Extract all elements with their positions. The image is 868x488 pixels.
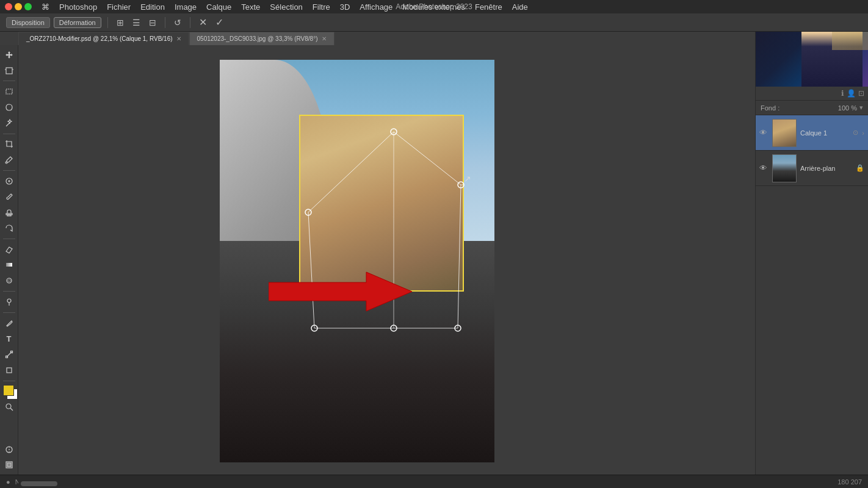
foreground-color-swatch[interactable] — [3, 385, 14, 396]
tool-marquee-rect[interactable] — [2, 84, 16, 99]
tool-quick-mask[interactable] — [2, 442, 16, 457]
deformation-button[interactable]: Déformation — [54, 17, 101, 28]
toolbar-divider-5 — [3, 291, 15, 292]
scroll-thumb-h[interactable] — [21, 481, 57, 486]
status-position: 180 207 — [837, 478, 862, 486]
tool-heal[interactable] — [2, 174, 16, 188]
apple-menu[interactable]: ⌘ — [37, 0, 54, 13]
svg-rect-3 — [6, 89, 12, 94]
tool-text[interactable]: T — [2, 331, 16, 346]
window-controls — [5, 3, 32, 10]
panel-icons-row: ℹ 👤 ⊡ — [756, 87, 868, 101]
menu-photoshop[interactable]: Photoshop — [54, 0, 102, 13]
toolbar-divider-6 — [3, 312, 15, 313]
separator-2 — [165, 17, 165, 28]
close-button[interactable] — [5, 3, 12, 10]
layers-opacity-label: Fond : — [761, 104, 779, 112]
tool-shape[interactable] — [2, 363, 16, 378]
right-panel: ℹ 👤 ⊡ Fond : 100 % ▾ 👁 Calque 1 ⊙ › 👁 Ar… — [755, 13, 868, 488]
confirm-transform-icon[interactable]: ✓ — [213, 16, 226, 28]
tool-eraser[interactable] — [2, 242, 16, 257]
tool-eyedropper[interactable] — [2, 152, 16, 167]
tab-2[interactable]: 05012023-_DSC9033.jpg @ 33,3% (RV8/8°) ✕ — [189, 32, 335, 45]
layer-background-lock: 🔒 — [856, 164, 864, 172]
adjust-panel-icon[interactable]: ⊡ — [858, 89, 864, 98]
toolbar-divider-1 — [3, 81, 15, 81]
reset-icon[interactable]: ↺ — [172, 18, 184, 27]
canvas-area: ↗ — [18, 45, 755, 475]
cancel-transform-icon[interactable]: ✕ — [197, 16, 209, 28]
tool-path[interactable] — [2, 347, 16, 362]
menu-fenetre[interactable]: Fenêtre — [470, 0, 507, 13]
tool-stamp[interactable] — [2, 205, 16, 220]
status-bar: ● Nik Collection Selective Tool 180 207 — [0, 475, 868, 488]
svg-point-11 — [7, 299, 11, 303]
tool-wand[interactable] — [2, 116, 16, 131]
tab-1-label: _ORZ2710-Modifier.psd @ 22,1% (Calque 1,… — [26, 35, 173, 42]
svg-rect-15 — [7, 368, 12, 373]
tool-lasso[interactable] — [2, 100, 16, 115]
layer-calque1-chevron[interactable]: › — [862, 129, 864, 137]
svg-line-17 — [10, 408, 13, 411]
menu-fichier[interactable]: Fichier — [102, 0, 136, 13]
layer-calque1-options[interactable]: ⊙ — [853, 129, 858, 137]
tool-history-brush[interactable] — [2, 221, 16, 235]
tool-screen-mode[interactable] — [2, 458, 16, 472]
menu-calque[interactable]: Calque — [201, 0, 236, 13]
tab-1-close[interactable]: ✕ — [176, 35, 181, 42]
tool-crop[interactable] — [2, 137, 16, 152]
toolbar-divider-4 — [3, 239, 15, 239]
tool-pen[interactable] — [2, 316, 16, 331]
tool-gradient[interactable] — [2, 258, 16, 273]
left-toolbar: T — [0, 45, 18, 475]
layers-opacity-control: 100 % ▾ — [838, 104, 863, 112]
tool-move[interactable] — [2, 48, 16, 62]
building-layer — [299, 115, 464, 292]
tool-brush[interactable] — [2, 190, 16, 204]
menu-affichage[interactable]: Affichage — [355, 0, 397, 13]
separator-1 — [107, 17, 108, 28]
tool-blur[interactable] — [2, 273, 16, 288]
layer-calque1-visibility[interactable]: 👁 — [759, 128, 767, 137]
grid-icon[interactable]: ⊞ — [114, 18, 126, 27]
separator-3 — [190, 17, 190, 28]
lines-icon[interactable]: ☰ — [130, 18, 143, 27]
svg-point-16 — [6, 404, 11, 409]
layer-calque1[interactable]: 👁 Calque 1 ⊙ › — [756, 115, 868, 151]
status-right: 180 207 — [837, 478, 862, 486]
menu-edition[interactable]: Edition — [136, 0, 170, 13]
toolbar-divider-3 — [3, 170, 15, 171]
toolbar-divider-2 — [3, 134, 15, 134]
person-panel-icon[interactable]: 👤 — [847, 89, 856, 98]
svg-point-9 — [7, 278, 12, 283]
disposition-button[interactable]: Disposition — [6, 17, 50, 28]
svg-rect-20 — [7, 463, 11, 467]
menu-filtre[interactable]: Filtre — [308, 0, 335, 13]
photo-canvas[interactable]: ↗ — [220, 60, 494, 462]
layers-header: Fond : 100 % ▾ — [756, 101, 868, 115]
grid2-icon[interactable]: ⊟ — [146, 18, 159, 27]
layers-opacity-arrow[interactable]: ▾ — [859, 104, 863, 112]
menu-bar: ⌘ Photoshop Fichier Edition Image Calque… — [0, 0, 868, 13]
layer-background-visibility[interactable]: 👁 — [759, 163, 767, 173]
layer-background-name: Arrière-plan — [800, 165, 852, 172]
horizontal-scrollbar[interactable] — [18, 479, 755, 488]
tool-artboard[interactable] — [2, 63, 16, 78]
tab-2-close[interactable]: ✕ — [322, 35, 327, 42]
tab-1[interactable]: _ORZ2710-Modifier.psd @ 22,1% (Calque 1,… — [18, 32, 189, 45]
info-panel-icon[interactable]: ℹ — [841, 89, 844, 98]
menu-3d[interactable]: 3D — [335, 0, 355, 13]
options-bar: Disposition Déformation ⊞ ☰ ⊟ ↺ ✕ ✓ — [0, 13, 868, 32]
svg-rect-7 — [7, 215, 11, 216]
layer-background[interactable]: 👁 Arrière-plan 🔒 — [756, 151, 868, 186]
menu-selection[interactable]: Sélection — [265, 0, 307, 13]
menu-image[interactable]: Image — [170, 0, 201, 13]
maximize-button[interactable] — [24, 3, 32, 10]
minimize-button[interactable] — [15, 3, 22, 10]
tool-zoom[interactable] — [2, 400, 16, 414]
svg-point-10 — [8, 279, 10, 282]
menu-aide[interactable]: Aide — [507, 0, 533, 13]
tool-dodge[interactable] — [2, 295, 16, 309]
menu-texte[interactable]: Texte — [236, 0, 265, 13]
toolbar-divider-7 — [3, 381, 15, 381]
